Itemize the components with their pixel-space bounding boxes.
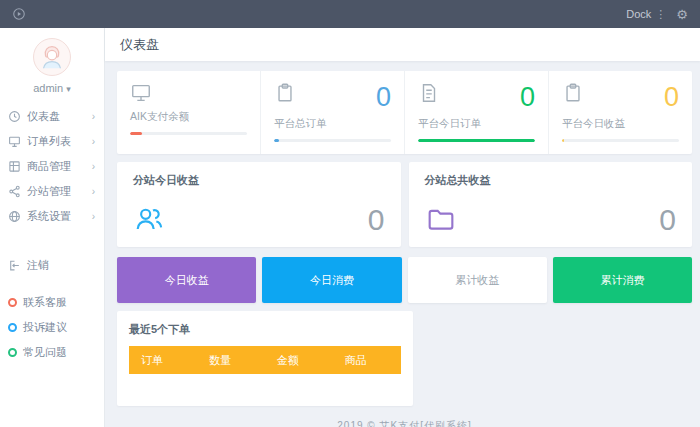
sidebar-item-label: 订单列表 [27,134,92,149]
stat-label: 平台今日收益 [562,117,679,131]
progress-bar [274,139,391,142]
panel-label: 分站今日收益 [133,173,385,188]
share-icon [8,185,21,198]
sidebar-item-label: 仪表盘 [27,109,92,124]
recent-orders-title: 最近5个下单 [129,322,401,337]
page-title: 仪表盘 [120,36,159,54]
dots-vertical-icon: ⋮ [655,8,666,21]
progress-bar [418,139,535,142]
sidebar-item-feedback[interactable]: 投诉建议 [0,315,104,340]
panel-value: 0 [659,205,676,235]
sidebar-links: 联系客服 投诉建议 常见问题 [0,290,104,365]
sidebar-item-label: 商品管理 [27,159,92,174]
stat-today-revenue: 0 平台今日收益 [548,71,692,154]
globe-icon [8,210,21,223]
sidebar-item-label: 注销 [27,258,95,273]
panel-label: 分站总共收益 [425,173,677,188]
sidebar-item-logout[interactable]: 注销 [0,253,104,278]
recent-orders-card: 最近5个下单 订单 数量 金额 商品 [117,311,413,406]
play-circle-icon[interactable] [12,7,26,21]
stat-value: 0 [520,84,535,111]
progress-bar [130,132,247,135]
folder-icon [425,203,457,235]
stat-label: AIK支付余额 [130,110,247,124]
sidebar: admin ▾ 仪表盘 › [0,28,105,427]
dock-label: Dock [626,8,651,20]
users-icon [133,203,165,235]
stat-label: 平台今日订单 [418,117,535,131]
sidebar-link-label: 常见问题 [23,345,67,360]
chevron-right-icon: › [92,186,95,197]
orders-table-header: 订单 数量 金额 商品 [129,346,401,374]
sidebar-item-contact-support[interactable]: 联系客服 [0,290,104,315]
sidebar-link-label: 投诉建议 [23,320,67,335]
sidebar-item-dashboard[interactable]: 仪表盘 › [0,104,104,129]
caret-down-icon: ▾ [66,84,71,94]
circle-icon [8,348,17,357]
chevron-right-icon: › [92,161,95,172]
progress-bar [562,139,679,142]
sidebar-item-substations[interactable]: 分站管理 › [0,179,104,204]
sidebar-link-label: 联系客服 [23,295,67,310]
sidebar-item-label: 系统设置 [27,209,92,224]
page-header: 仪表盘 [105,28,700,61]
column-header-product: 商品 [333,353,401,368]
stat-value: 0 [664,84,679,111]
user-menu[interactable]: admin ▾ [0,38,104,94]
column-header-amount: 金额 [265,353,333,368]
today-spend-button[interactable]: 今日消费 [262,257,401,303]
clock-icon [8,110,21,123]
sidebar-item-settings[interactable]: 系统设置 › [0,204,104,229]
column-header-order: 订单 [129,353,197,368]
total-spend-button[interactable]: 累计消费 [553,257,692,303]
total-revenue-button[interactable]: 累计收益 [408,257,547,303]
sidebar-item-label: 分站管理 [27,184,92,199]
chevron-right-icon: › [92,136,95,147]
clipboard-icon [274,82,296,104]
stat-label: 平台总订单 [274,117,391,131]
footer-text: 2019 © 艾K支付[代刷系统] [117,406,692,427]
circle-icon [8,323,17,332]
monitor-icon [8,135,21,148]
chevron-right-icon: › [92,111,95,122]
empty-column [421,311,693,406]
logout-icon [8,259,21,272]
sidebar-item-faq[interactable]: 常见问题 [0,340,104,365]
monitor-icon [130,82,152,104]
sidebar-menu: 仪表盘 › 订单列表 › 商品管理 [0,104,104,229]
stat-ak-balance: AIK支付余额 [117,71,260,154]
document-icon [418,82,440,104]
orders-table-empty-body [129,374,401,392]
stat-today-orders: 0 平台今日订单 [404,71,548,154]
avatar [33,38,71,76]
dock-menu[interactable]: Dock ⋮ [626,8,666,21]
sidebar-item-products[interactable]: 商品管理 › [0,154,104,179]
topbar: Dock ⋮ ⚙ [0,0,700,28]
circle-icon [8,298,17,307]
panel-value: 0 [368,205,385,235]
chevron-right-icon: › [92,211,95,222]
gear-icon[interactable]: ⚙ [676,7,688,22]
clipboard-icon [562,82,584,104]
sidebar-item-orders[interactable]: 订单列表 › [0,129,104,154]
main-area: 仪表盘 AIK支付余额 [105,28,700,427]
panel-substation-today-revenue: 分站今日收益 0 [117,162,401,247]
stat-value: 0 [376,84,391,111]
stat-total-orders: 0 平台总订单 [260,71,404,154]
app-window: Dock ⋮ ⚙ admin ▾ [0,0,700,427]
username: admin [33,82,63,94]
today-revenue-button[interactable]: 今日收益 [117,257,256,303]
column-header-quantity: 数量 [197,353,265,368]
grid-icon [8,160,21,173]
stats-card: AIK支付余额 0 平台总订单 [117,71,692,154]
panel-substation-total-revenue: 分站总共收益 0 [409,162,693,247]
